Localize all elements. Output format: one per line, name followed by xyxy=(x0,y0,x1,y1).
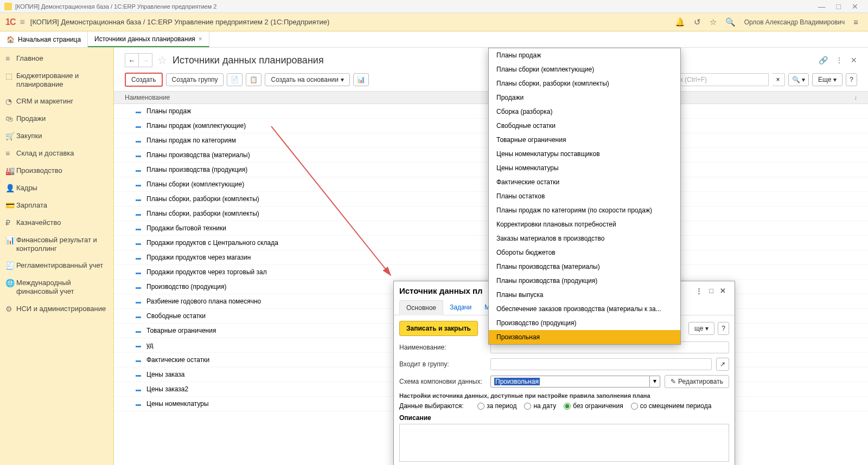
dropdown-option[interactable]: Сборка (разборка) xyxy=(489,105,680,119)
row-label: Продажи продуктов через магазин xyxy=(146,254,251,261)
maximize-button[interactable]: □ xyxy=(831,1,846,12)
dialog-maximize-icon[interactable]: □ xyxy=(706,286,717,296)
dropdown-option[interactable]: Заказы материалов в производство xyxy=(489,231,680,246)
dialog-close-icon[interactable]: ✕ xyxy=(717,286,729,296)
tab-home[interactable]: 🏠 Начальная страница xyxy=(0,31,88,47)
dialog-tab-main[interactable]: Основное xyxy=(399,300,443,315)
sidebar-item[interactable]: 🌐Международный финансовый учет xyxy=(0,274,113,300)
sidebar-item-label: Производство xyxy=(16,166,108,175)
favorite-icon[interactable]: ☆ xyxy=(157,54,167,67)
sidebar-item[interactable]: 🛒Закупки xyxy=(0,127,113,145)
sidebar-item[interactable]: ≡Склад и доставка xyxy=(0,145,113,162)
window-title: [КОПИЯ] Демонстрационная база / 1С:ERP У… xyxy=(15,3,813,10)
help-button[interactable]: ? xyxy=(846,73,857,86)
sort-icon[interactable]: ↓ xyxy=(854,94,857,101)
history-icon[interactable]: ↺ xyxy=(690,15,705,29)
dropdown-option[interactable]: Корректировки плановых потребностей xyxy=(489,217,680,231)
sidebar-item[interactable]: ≡Главное xyxy=(0,50,113,67)
sidebar-item[interactable]: 💳Зарплата xyxy=(0,197,113,214)
dropdown-option[interactable]: Свободные остатки xyxy=(489,119,680,133)
settings-icon[interactable]: ≡ xyxy=(849,15,863,29)
sidebar-item[interactable]: 🛍Продажи xyxy=(0,110,113,127)
dropdown-option[interactable]: Планы производства (материалы) xyxy=(489,260,680,274)
dropdown-option[interactable]: Производство (продукция) xyxy=(489,316,680,330)
search-icon[interactable]: 🔍 xyxy=(721,15,740,29)
dropdown-option[interactable]: Планы выпуска xyxy=(489,288,680,302)
header-title: [КОПИЯ] Демонстрационная база / 1С:ERP У… xyxy=(30,18,671,26)
back-button[interactable]: ← xyxy=(125,53,139,67)
sidebar-item-label: CRM и маркетинг xyxy=(16,97,108,106)
dialog-help-button[interactable]: ? xyxy=(718,322,729,335)
dropdown-option[interactable]: Планы сборки, разборки (комплекты) xyxy=(489,76,680,91)
tab-sources-label: Источники данных планирования xyxy=(94,35,195,43)
sidebar-item[interactable]: ⚙НСИ и администрирование xyxy=(0,300,113,318)
scheme-select[interactable]: Произвольная xyxy=(490,376,650,388)
sidebar-item-label: Регламентированный учет xyxy=(16,261,108,270)
dialog-menu-icon[interactable]: ⋮ xyxy=(692,286,706,296)
sidebar-item[interactable]: 🧾Регламентированный учет xyxy=(0,257,113,274)
dropdown-option[interactable]: Планы производства (продукция) xyxy=(489,274,680,288)
edit-button[interactable]: ✎ Редактировать xyxy=(665,375,729,388)
item-icon: ▬ xyxy=(136,328,146,334)
sidebar-item[interactable]: ◔CRM и маркетинг xyxy=(0,93,113,110)
menu-icon[interactable]: ≡ xyxy=(20,17,24,27)
search-go-button[interactable]: 🔍 ▾ xyxy=(788,73,809,86)
link-icon[interactable]: 🔗 xyxy=(819,56,828,64)
dialog-tab-tasks[interactable]: Задачи xyxy=(443,300,478,315)
sidebar-item-icon: ⚙ xyxy=(5,305,16,313)
dropdown-option[interactable]: Обеспечение заказов производства (матери… xyxy=(489,302,680,316)
radio-date[interactable]: на дату xyxy=(524,402,556,410)
dropdown-option[interactable]: Обороты бюджетов xyxy=(489,246,680,260)
row-label: Свободные остатки xyxy=(146,312,206,320)
app-logo-small xyxy=(4,3,12,10)
dropdown-option[interactable]: Планы остатков xyxy=(489,189,680,203)
star-icon[interactable]: ☆ xyxy=(705,15,721,29)
description-input[interactable] xyxy=(399,424,729,462)
dropdown-option[interactable]: Цены номенклатуры поставщиков xyxy=(489,147,680,161)
close-button[interactable]: ✕ xyxy=(846,1,864,12)
dropdown-option[interactable]: Планы продаж по категориям (по скорости … xyxy=(489,203,680,217)
radio-period[interactable]: за период xyxy=(477,402,516,410)
sidebar-item[interactable]: 🏭Производство xyxy=(0,162,113,179)
sidebar-item[interactable]: 👤Кадры xyxy=(0,179,113,197)
forward-button[interactable]: → xyxy=(138,53,152,67)
tab-close-icon[interactable]: × xyxy=(199,35,202,43)
sidebar-item-icon: 🏭 xyxy=(5,166,16,175)
minimize-button[interactable]: — xyxy=(813,1,831,12)
list-button[interactable]: 📋 xyxy=(246,73,261,86)
row-label: Цены заказа2 xyxy=(146,385,188,393)
radio-offset[interactable]: со смещением периода xyxy=(631,402,712,410)
sidebar-item[interactable]: 📊Финансовый результат и контроллинг xyxy=(0,231,113,257)
dropdown-option[interactable]: Планы сборки (комплектующие) xyxy=(489,62,680,76)
sidebar-item[interactable]: ⬚Бюджетирование и планирование xyxy=(0,67,113,93)
dropdown-option[interactable]: Планы продаж xyxy=(489,48,680,62)
radio-none[interactable]: без ограничения xyxy=(564,402,623,410)
close-page-icon[interactable]: ✕ xyxy=(851,56,857,64)
report-button[interactable]: 📊 xyxy=(353,73,369,86)
create-based-button[interactable]: Создать на основании ▾ xyxy=(265,73,350,86)
search-clear-button[interactable]: × xyxy=(772,73,785,86)
sidebar-item[interactable]: ₽Казначейство xyxy=(0,214,113,231)
more-menu-icon[interactable]: ⋮ xyxy=(835,56,843,64)
dropdown-option[interactable]: Фактические остатки xyxy=(489,175,680,189)
sidebar-item-label: Кадры xyxy=(16,184,108,192)
row-label: Планы продаж xyxy=(146,107,191,115)
create-group-button[interactable]: Создать группу xyxy=(166,73,224,86)
bell-icon[interactable]: 🔔 xyxy=(671,15,690,29)
dropdown-option[interactable]: Товарные ограничения xyxy=(489,133,680,147)
save-close-button[interactable]: Записать и закрыть xyxy=(399,321,478,336)
dropdown-option[interactable]: Цены номенклатуры xyxy=(489,161,680,175)
group-select-button[interactable]: ↗ xyxy=(716,358,729,371)
scheme-dropdown-list[interactable]: Планы продажПланы сборки (комплектующие)… xyxy=(488,48,681,345)
scheme-dropdown-button[interactable]: ▾ xyxy=(650,376,660,388)
more-button[interactable]: Еще ▾ xyxy=(812,73,843,86)
create-button[interactable]: Создать xyxy=(125,73,163,87)
dropdown-option[interactable]: Продажи xyxy=(489,91,680,105)
dropdown-option[interactable]: Произвольная xyxy=(489,330,680,344)
group-input[interactable] xyxy=(490,358,712,370)
dialog-more-button[interactable]: ще ▾ xyxy=(688,322,714,335)
tab-sources[interactable]: Источники данных планирования × xyxy=(88,31,209,47)
user-name[interactable]: Орлов Александр Владимирович xyxy=(740,18,850,26)
item-icon: ▬ xyxy=(136,269,146,275)
copy-button[interactable]: 📄 xyxy=(227,73,242,86)
